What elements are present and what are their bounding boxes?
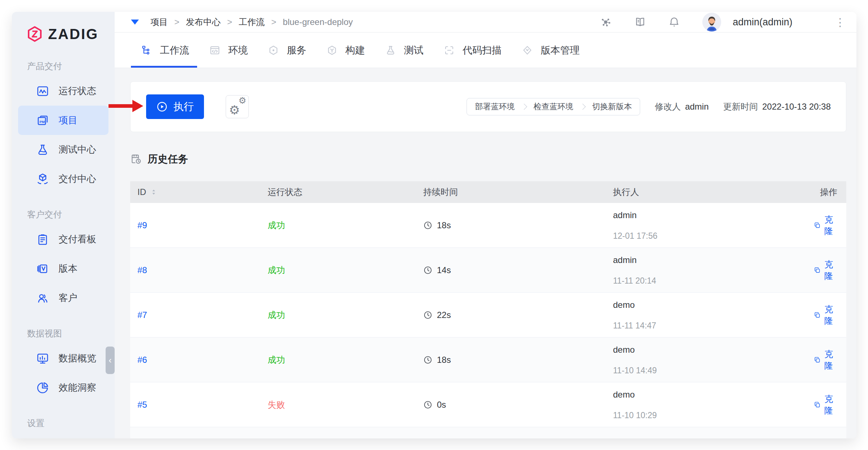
column-header: 运行状态 bbox=[260, 186, 416, 198]
version-badge-icon bbox=[36, 262, 49, 275]
tab-code-scan[interactable]: 代码扫描 bbox=[434, 33, 512, 68]
hub-icon[interactable] bbox=[600, 16, 612, 28]
sidebar-item-label: 交付看板 bbox=[59, 233, 96, 246]
breadcrumb-separator: > bbox=[271, 17, 276, 27]
build-hexagon-icon bbox=[327, 45, 337, 56]
tab-environment[interactable]: 环境 bbox=[199, 33, 258, 68]
sidebar: ZADIG 产品交付运行状态PM项目测试中心交付中心客户交付交付看板版本客户数据… bbox=[12, 12, 115, 438]
clock-icon bbox=[423, 400, 433, 409]
status-text: 失败 bbox=[268, 399, 285, 411]
sidebar-item-projects[interactable]: PM项目 bbox=[18, 106, 109, 135]
stage-separator-chevron-icon bbox=[521, 104, 527, 110]
kebab-menu-icon[interactable]: ⋮ bbox=[835, 16, 842, 29]
brand-name: ZADIG bbox=[48, 26, 98, 42]
run-workflow-button[interactable]: 执行 bbox=[146, 94, 204, 119]
tab-version-management[interactable]: 版本管理 bbox=[512, 33, 590, 68]
duration-text: 18s bbox=[437, 355, 451, 365]
sidebar-item-delivery-center[interactable]: 交付中心 bbox=[18, 164, 109, 194]
sidebar-section-label: 产品交付 bbox=[12, 47, 115, 76]
executor-time: 11-10 14:49 bbox=[613, 366, 657, 375]
task-id-link[interactable]: #6 bbox=[137, 355, 147, 365]
executor-time: 12-01 17:56 bbox=[613, 231, 658, 241]
sidebar-item-label: 版本 bbox=[59, 262, 77, 275]
task-id-link[interactable]: #8 bbox=[137, 265, 147, 275]
history-table-body: #9 成功 18s admin 12-01 17:56 克隆#8 成功 14s … bbox=[130, 203, 846, 438]
breadcrumb-item[interactable]: 发布中心 bbox=[186, 16, 221, 28]
docs-book-icon[interactable] bbox=[634, 16, 646, 28]
sidebar-section: 产品交付运行状态PM项目测试中心交付中心 bbox=[12, 47, 115, 194]
status-text: 成功 bbox=[268, 220, 285, 231]
tab-label: 版本管理 bbox=[541, 44, 580, 57]
sidebar-item-customers[interactable]: 客户 bbox=[18, 283, 109, 313]
clone-button[interactable]: 克隆 bbox=[814, 303, 837, 327]
executor-time: 11-11 14:47 bbox=[613, 321, 656, 330]
tab-test[interactable]: 测试 bbox=[375, 33, 434, 68]
sidebar-item-data-overview[interactable]: 数据概览 bbox=[18, 344, 109, 373]
breadcrumb-separator: > bbox=[174, 17, 179, 27]
sidebar-section-label: 客户交付 bbox=[12, 196, 115, 225]
clone-button[interactable]: 克隆 bbox=[814, 348, 837, 372]
delivery-box-icon bbox=[36, 173, 49, 186]
column-header-label: 操作 bbox=[820, 186, 837, 198]
task-id-link[interactable]: #9 bbox=[137, 220, 147, 230]
bell-icon[interactable] bbox=[668, 16, 680, 28]
project-dropdown-caret-icon[interactable] bbox=[131, 20, 139, 25]
sidebar-item-label: 测试中心 bbox=[59, 143, 96, 156]
env-terminal-icon bbox=[209, 45, 220, 56]
workflow-settings-button[interactable]: ⚙ ⚙ bbox=[226, 95, 249, 118]
run-button-label: 执行 bbox=[174, 100, 194, 114]
clone-button[interactable]: 克隆 bbox=[814, 214, 837, 237]
column-header: 持续时间 bbox=[416, 186, 606, 198]
workflow-card-right: 部署蓝环境检查蓝环境切换新版本 修改人 admin 更新时间 2022-10-1… bbox=[467, 98, 831, 115]
sidebar-item-running-status[interactable]: 运行状态 bbox=[18, 76, 109, 106]
tab-service[interactable]: 服务 bbox=[258, 33, 316, 68]
table-row: #6 成功 18s demo 11-10 14:49 克隆 bbox=[130, 338, 846, 382]
zadig-logo[interactable]: ZADIG bbox=[12, 23, 115, 45]
modifier-label: 修改人 bbox=[655, 101, 681, 112]
tab-label: 服务 bbox=[287, 44, 306, 57]
updated-meta: 更新时间 2022-10-13 20:38 bbox=[723, 101, 831, 112]
sidebar-collapse-handle[interactable]: ‹ bbox=[106, 347, 115, 374]
task-id-link[interactable]: #5 bbox=[137, 400, 147, 410]
sidebar-item-versions[interactable]: 版本 bbox=[18, 254, 109, 283]
breadcrumb-item: blue-green-deploy bbox=[283, 17, 353, 27]
user-avatar[interactable] bbox=[702, 13, 721, 31]
service-hexagon-icon bbox=[268, 45, 279, 56]
duration-text: 14s bbox=[437, 265, 451, 275]
content: 执行 ⚙ ⚙ 部署蓝环境检查蓝环境切换新版本 修改人 admin 更新时间 20… bbox=[115, 68, 856, 438]
history-section-title: 历史任务 bbox=[130, 152, 846, 166]
clock-icon bbox=[423, 266, 433, 275]
version-diamond-icon bbox=[522, 45, 533, 56]
user-name[interactable]: admin(admin) bbox=[733, 17, 792, 28]
clone-button[interactable]: 克隆 bbox=[814, 259, 837, 282]
tab-label: 测试 bbox=[404, 44, 424, 57]
stage-chip: 检查蓝环境 bbox=[527, 101, 580, 112]
workflow-stages: 部署蓝环境检查蓝环境切换新版本 bbox=[467, 98, 640, 115]
sidebar-item-insight[interactable]: 效能洞察 bbox=[18, 373, 109, 402]
clone-label: 克隆 bbox=[824, 259, 837, 282]
clone-label: 克隆 bbox=[824, 348, 837, 372]
tab-label: 代码扫描 bbox=[463, 44, 502, 57]
duration-text: 18s bbox=[437, 220, 451, 230]
column-header-label: 运行状态 bbox=[268, 186, 302, 198]
sidebar-item-label: 运行状态 bbox=[59, 85, 96, 97]
stage-separator-chevron-icon bbox=[580, 104, 586, 110]
sidebar-item-delivery-board[interactable]: 交付看板 bbox=[18, 225, 109, 254]
tab-workflow[interactable]: 工作流 bbox=[131, 33, 199, 68]
table-row: #7 成功 22s demo 11-11 14:47 克隆 bbox=[130, 293, 846, 338]
history-doc-clock-icon bbox=[130, 153, 142, 165]
breadcrumb-item[interactable]: 项目 bbox=[150, 16, 168, 28]
duration-text: 0s bbox=[437, 400, 446, 410]
tab-build[interactable]: 构建 bbox=[316, 33, 375, 68]
stage-chip: 切换新版本 bbox=[586, 101, 638, 112]
executor-name: admin bbox=[613, 255, 637, 265]
workflow-pipeline-icon bbox=[141, 45, 152, 56]
sidebar-item-test-center[interactable]: 测试中心 bbox=[18, 135, 109, 164]
workflow-run-card: 执行 ⚙ ⚙ 部署蓝环境检查蓝环境切换新版本 修改人 admin 更新时间 20… bbox=[130, 81, 846, 132]
task-id-link[interactable]: #7 bbox=[137, 310, 147, 320]
sidebar-item-label: 客户 bbox=[59, 292, 77, 304]
sidebar-item-label: 效能洞察 bbox=[59, 381, 96, 394]
clipboard-icon bbox=[36, 233, 49, 246]
clone-button[interactable]: 克隆 bbox=[814, 393, 837, 416]
breadcrumb-item[interactable]: 工作流 bbox=[239, 16, 265, 28]
